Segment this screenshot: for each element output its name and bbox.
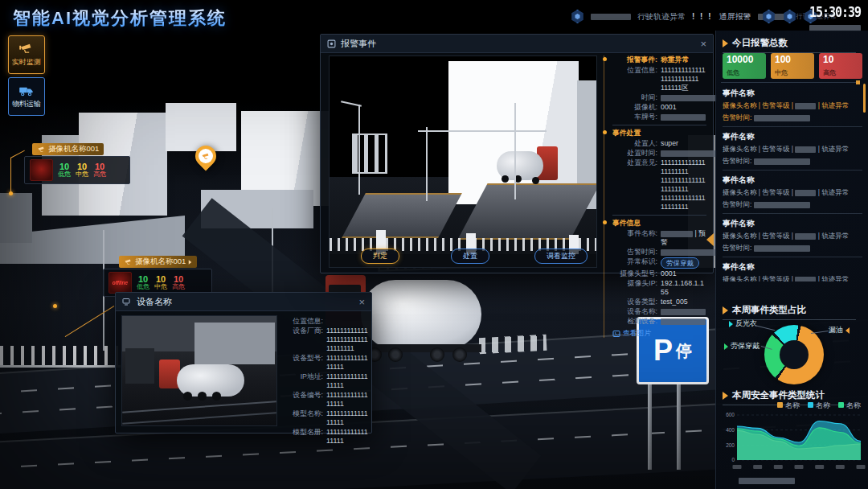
redacted-text	[661, 249, 717, 256]
field-label: 处置意见:	[612, 158, 661, 212]
camera-thumbnail-offline[interactable]: offline	[108, 272, 132, 294]
gate-structure	[352, 134, 387, 174]
field-label: 位置信息:	[278, 317, 326, 326]
field-value: 11111111111111111	[326, 372, 368, 390]
device-preview-image	[121, 315, 277, 426]
redacted-text	[795, 233, 816, 240]
field-value: 11111111111111111	[326, 428, 368, 446]
alert-dialog-title: 报警事件	[341, 38, 376, 50]
camera-card-title: 摄像机名称001	[48, 144, 99, 154]
stat-high-label: 高危	[93, 171, 106, 179]
wheel	[452, 347, 467, 362]
event-meta: 摄像头名称 | 告警等级 | | 轨迹异常	[723, 188, 862, 198]
area-chart: 0200400600	[719, 409, 866, 481]
offline-label: offline	[113, 280, 128, 286]
event-meta: 摄像头名称 | 告警等级 | | 轨迹异常	[723, 275, 862, 281]
section-title-info: 事件信息	[612, 219, 706, 228]
legend-swatch	[777, 402, 783, 408]
field-label: 检测设备:	[612, 317, 661, 326]
alert-type-value: 称重异常	[661, 55, 706, 64]
stat-low-value: 10	[59, 162, 69, 171]
redacted-text	[661, 231, 693, 237]
light-pole	[358, 105, 360, 195]
flag-pill[interactable]: 劳保穿戴	[661, 257, 699, 269]
judge-button[interactable]: 判定	[361, 249, 399, 264]
redacted-text	[754, 202, 810, 208]
field-value: 0001	[661, 103, 706, 112]
camera-thumbnail[interactable]	[30, 159, 53, 181]
view-image-link[interactable]: 查看图片	[612, 329, 706, 338]
field-label: 处置人:	[612, 139, 661, 148]
wheel	[532, 177, 539, 184]
page-title: 智能AI视觉分析管理系统	[13, 6, 227, 31]
redacted-text	[661, 318, 706, 325]
view-monitor-button[interactable]: 调看监控	[534, 249, 588, 264]
event-list-item[interactable]: 事件名称 摄像头名称 | 告警等级 | | 轨迹异常 告警时间:	[723, 214, 862, 257]
settings-hex-icon[interactable]	[762, 10, 776, 23]
stat-mid-label: 中危	[154, 283, 167, 291]
redacted-text	[795, 103, 816, 109]
donut-connector	[811, 331, 829, 334]
field-label: 事件名称:	[612, 229, 661, 247]
camera-card-1[interactable]: 10低危 10中危 10高危	[24, 156, 130, 184]
camera-card-2-header[interactable]: 摄像机名称001	[119, 256, 197, 268]
fence	[0, 346, 121, 368]
alert-info-panel: 报警事件:称重异常 位置信息:1111111111111111111111111…	[604, 55, 706, 338]
parking-sign	[648, 380, 652, 470]
close-icon[interactable]: ×	[358, 297, 365, 307]
event-time: 告警时间:	[723, 244, 862, 253]
parking-sign	[677, 380, 681, 470]
field-label: 摄像机:	[612, 103, 661, 112]
cctv-camera-icon	[201, 152, 211, 160]
field-label: 摄像头型号:	[612, 269, 661, 278]
field-label: 时间:	[612, 93, 661, 102]
redacted-text	[661, 150, 717, 157]
event-list-item[interactable]: 事件名称 摄像头名称 | 告警等级 | | 轨迹异常 告警时间:	[723, 127, 862, 171]
time-display: 15:30:39	[805, 3, 865, 21]
redacted-text	[661, 114, 706, 121]
event-name: 事件名称	[723, 261, 862, 273]
scrollbar[interactable]	[863, 84, 866, 113]
card-mid-risk: 100中危	[771, 53, 814, 79]
field-label: 设备名称:	[612, 307, 661, 316]
connector-line	[65, 306, 115, 337]
event-list-item[interactable]: 事件名称 摄像头名称 | 告警等级 | | 轨迹异常 告警时间:	[723, 84, 862, 127]
handle-button[interactable]: 处置	[451, 249, 489, 264]
nav-material-transport-button[interactable]: 物料运输	[8, 77, 45, 116]
svg-text:200: 200	[726, 442, 735, 448]
alert-event-icon	[327, 39, 336, 48]
legend-swatch	[808, 402, 813, 408]
event-list-item[interactable]: 事件名称 摄像头名称 | 告警等级 | | 轨迹异常 告警时间:	[723, 257, 862, 281]
device-dialog-title: 设备名称	[137, 296, 172, 308]
event-meta: 摄像头名称 | 告警等级 | | 轨迹异常	[723, 232, 862, 241]
alert-dialog-header[interactable]: 报警事件 ×	[321, 35, 713, 53]
close-icon[interactable]: ×	[700, 39, 706, 49]
redacted-text	[754, 245, 810, 252]
field-label: 告警时间:	[612, 248, 661, 257]
field-label: 设备型号:	[278, 354, 326, 372]
donut-section-header: 本周事件类型占比	[723, 304, 856, 320]
device-icon	[122, 298, 132, 306]
event-list-item[interactable]: 事件名称 摄像头名称 | 告警等级 | | 轨迹异常 告警时间:	[723, 171, 862, 214]
redacted-text	[754, 115, 810, 121]
donut-connector	[755, 325, 775, 331]
stat-low-value: 10	[138, 275, 148, 283]
redacted-text	[795, 146, 816, 153]
camera-card-1-header[interactable]: 摄像机名称001	[32, 143, 104, 155]
event-time: 告警时间:	[723, 113, 862, 123]
field-label: 位置信息:	[612, 66, 661, 92]
event-name: 事件名称	[723, 131, 862, 142]
parking-sign-p: P	[653, 334, 673, 368]
event-list[interactable]: 事件名称 摄像头名称 | 告警等级 | | 轨迹异常 告警时间: 事件名称 摄像…	[723, 84, 862, 281]
redacted-text	[661, 309, 706, 315]
nav-realtime-monitor-button[interactable]: 实时监测	[8, 35, 45, 74]
field-value: 192.1.168.1.155	[661, 279, 706, 297]
building	[166, 103, 236, 151]
layers-hex-icon[interactable]	[783, 10, 796, 23]
field-label: 车牌号:	[612, 113, 661, 121]
rail	[418, 130, 547, 132]
redacted-text	[591, 14, 631, 20]
field-label: 处置时间:	[612, 149, 661, 158]
panel-collapse-arrow[interactable]	[706, 233, 714, 246]
device-dialog-header[interactable]: 设备名称 ×	[116, 293, 371, 311]
